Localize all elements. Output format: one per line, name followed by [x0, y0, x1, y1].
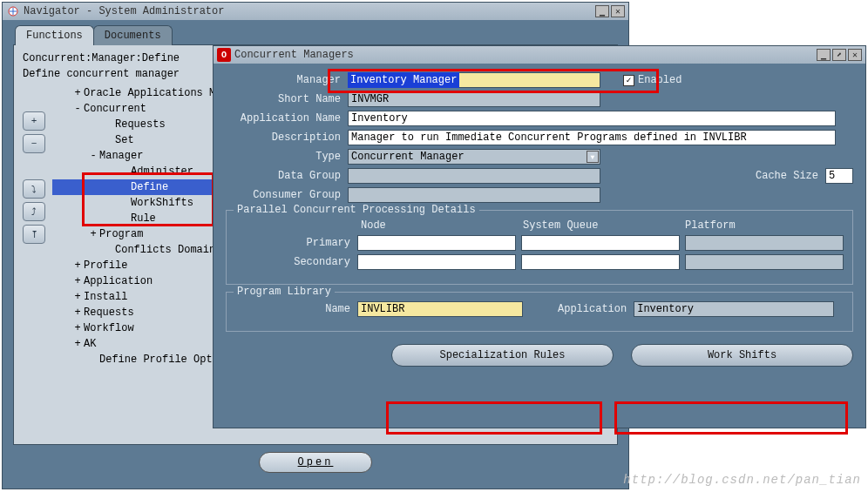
label-manager: Manager — [226, 74, 348, 86]
label-description: Description — [226, 131, 348, 144]
cm-maximize-button[interactable]: ⬈ — [832, 49, 846, 61]
expand-icon[interactable]: + — [71, 338, 84, 350]
tab-functions[interactable]: Functions — [15, 25, 94, 45]
work-shifts-button[interactable]: Work Shifts — [631, 344, 853, 367]
highlight-box-work-shifts — [614, 401, 848, 435]
expand-icon[interactable]: + — [71, 87, 84, 99]
tree-item-label: Concurrent — [84, 103, 146, 115]
col-system-queue: System Queue — [519, 219, 682, 232]
chevron-down-icon[interactable]: ▼ — [587, 151, 599, 163]
tree-item-label: Define — [131, 181, 168, 193]
expand-icon[interactable]: + — [71, 259, 84, 272]
expand-icon[interactable]: + — [71, 291, 84, 303]
tree-item-label: WorkShifts — [131, 197, 193, 209]
tree-item-label: Rule — [131, 212, 156, 225]
cm-minimize-button[interactable]: ▁ — [817, 49, 831, 61]
tree-collapse-all-button[interactable]: ⤒ — [23, 225, 45, 244]
tab-documents[interactable]: Documents — [93, 25, 173, 45]
label-type: Type — [226, 151, 348, 163]
expand-icon[interactable]: + — [71, 322, 84, 334]
tree-item-label: Install — [84, 291, 127, 303]
tree-add-button[interactable]: ⤵ — [23, 179, 45, 199]
tree-item-label: Set — [115, 134, 134, 146]
tree-expand-button[interactable]: + — [23, 111, 45, 131]
primary-platform-input[interactable] — [685, 235, 844, 251]
type-select[interactable] — [348, 149, 600, 165]
tree-item-label: Administer — [131, 165, 193, 178]
tree-collapse-button[interactable]: − — [23, 134, 45, 153]
secondary-queue-input[interactable] — [521, 254, 680, 270]
col-node: Node — [357, 219, 519, 232]
tree-item-label: Conflicts Domains — [115, 244, 221, 256]
secondary-platform-input[interactable] — [685, 254, 844, 270]
navigator-app-icon — [6, 4, 20, 18]
collapse-icon[interactable]: - — [87, 150, 99, 162]
specialization-rules-button[interactable]: Specialization Rules — [391, 344, 614, 367]
data-group-input[interactable] — [348, 168, 600, 184]
library-fieldset: Program Library Name Application — [226, 292, 853, 332]
tree-item-label: Requests — [115, 118, 166, 131]
pcp-fieldset: Parallel Concurrent Processing Details N… — [226, 210, 853, 285]
label-consumer-group: Consumer Group — [226, 189, 348, 201]
open-button[interactable]: Open — [259, 452, 372, 473]
tree-item-label: Manager — [99, 150, 143, 162]
cm-body: Manager Inventory Manager ✓ Enabled Shor… — [214, 64, 865, 428]
library-legend: Program Library — [234, 286, 335, 298]
expand-icon[interactable]: + — [71, 275, 84, 287]
lib-name-input[interactable] — [357, 301, 523, 317]
label-enabled: Enabled — [638, 74, 682, 86]
minimize-button[interactable]: ▁ — [595, 5, 609, 17]
expand-icon[interactable]: + — [87, 228, 99, 240]
tree-item-label: Application — [84, 275, 153, 287]
short-name-input[interactable] — [348, 91, 600, 107]
navigator-tabs: Functions Documents — [15, 25, 172, 45]
manager-input-selection: Inventory Manager — [348, 72, 459, 88]
label-application-name: Application Name — [226, 112, 348, 125]
label-secondary: Secondary — [235, 256, 357, 268]
tree-item-label: Program — [99, 228, 143, 240]
tree-item-label: Profile — [84, 259, 127, 272]
tree-toolbar: + − ⤵ ⤴ ⤒ — [23, 85, 52, 367]
concurrent-managers-window: O Concurrent Managers ▁ ⬈ ✕ Manager Inve… — [213, 45, 866, 428]
label-primary: Primary — [235, 237, 357, 249]
expand-icon[interactable]: + — [71, 307, 84, 319]
primary-node-input[interactable] — [357, 235, 516, 251]
collapse-icon[interactable]: - — [71, 103, 84, 115]
check-icon: ✓ — [623, 75, 634, 86]
cm-titlebar[interactable]: O Concurrent Managers ▁ ⬈ ✕ — [214, 46, 865, 64]
lib-application-input[interactable] — [634, 301, 834, 317]
tree-item-label: Requests — [84, 307, 134, 319]
consumer-group-input[interactable] — [348, 187, 600, 203]
tree-item-label: AK — [84, 338, 96, 350]
primary-queue-input[interactable] — [521, 235, 680, 251]
open-button-label: Open — [298, 456, 334, 468]
cm-close-button[interactable]: ✕ — [848, 49, 862, 61]
col-platform: Platform — [682, 219, 844, 232]
pcp-legend: Parallel Concurrent Processing Details — [234, 204, 479, 216]
watermark: http://blog.csdn.net/pan_tian — [623, 473, 861, 487]
enabled-checkbox[interactable]: ✓ Enabled — [623, 74, 682, 86]
label-data-group: Data Group — [226, 170, 348, 182]
navigator-titlebar[interactable]: Navigator - System Administrator ▁ ✕ — [3, 3, 628, 20]
close-button[interactable]: ✕ — [611, 5, 625, 17]
label-cache-size: Cache Size — [756, 170, 825, 182]
application-name-input[interactable] — [348, 111, 836, 126]
oracle-icon: O — [217, 48, 231, 62]
navigator-title: Navigator - System Administrator — [24, 5, 224, 17]
label-lib-application: Application — [558, 303, 634, 315]
tree-expand-all-button[interactable]: ⤴ — [23, 202, 45, 221]
cm-title: Concurrent Managers — [234, 49, 354, 61]
tree-item-label: Workflow — [84, 322, 134, 334]
description-input[interactable] — [348, 130, 836, 145]
cache-size-input[interactable] — [825, 168, 853, 184]
secondary-node-input[interactable] — [357, 254, 516, 270]
label-short-name: Short Name — [226, 93, 348, 105]
label-lib-name: Name — [235, 303, 357, 315]
